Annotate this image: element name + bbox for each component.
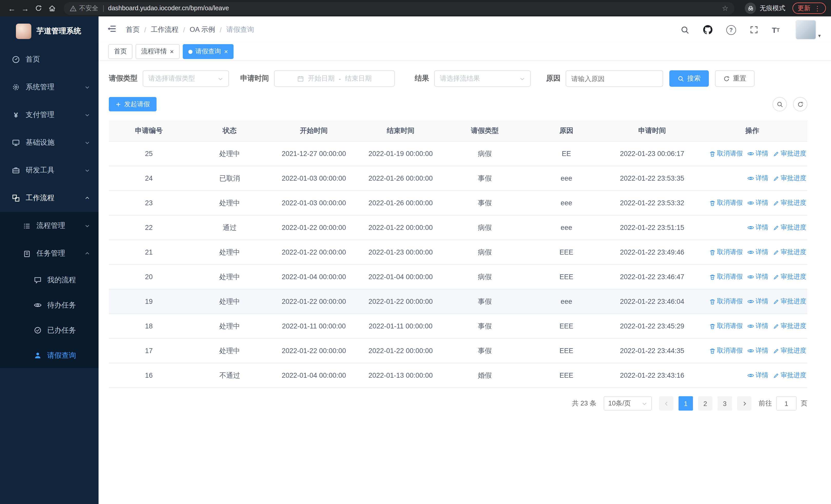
user-icon — [34, 352, 41, 359]
end-date-placeholder: 结束日期 — [345, 74, 372, 83]
end-time-cell: 2022-01-22 00:00:00 — [357, 347, 444, 355]
sidebar-item-my-process[interactable]: 我的流程 — [0, 267, 98, 293]
sidebar-item-task-management[interactable]: 任务管理 — [0, 240, 98, 267]
tab-leave-query[interactable]: 请假查询 × — [182, 44, 233, 59]
close-icon[interactable]: × — [170, 48, 174, 55]
prev-page-button[interactable] — [659, 396, 674, 411]
cancel-action-link[interactable]: 取消请假 — [709, 322, 743, 330]
detail-action-link[interactable]: 详情 — [747, 149, 768, 158]
result-select[interactable]: 请选择流结果 — [434, 70, 531, 87]
plus-icon — [115, 101, 121, 107]
breadcrumb-oa-example[interactable]: OA 示例 — [190, 25, 215, 34]
search-icon[interactable] — [680, 25, 689, 34]
leave-type-select[interactable]: 请选择请假类型 — [143, 70, 229, 87]
cancel-action-link[interactable]: 取消请假 — [709, 297, 743, 306]
progress-action-link[interactable]: 审批进度 — [773, 371, 806, 380]
start-time-cell: 2022-01-11 00:00:00 — [270, 322, 357, 330]
address-bar[interactable]: 不安全 dashboard.yudao.iocoder.cn/bpm/oa/le… — [64, 2, 735, 14]
application-id-cell: 23 — [109, 199, 189, 207]
detail-action-link[interactable]: 详情 — [747, 371, 768, 380]
page-button-2[interactable]: 2 — [698, 396, 712, 411]
security-indicator[interactable]: 不安全 — [70, 4, 98, 12]
github-icon[interactable] — [703, 25, 712, 34]
refresh-table-button[interactable] — [793, 97, 807, 111]
chevron-down-icon — [85, 140, 90, 145]
app-logo[interactable]: 芋道管理系统 — [0, 17, 98, 46]
cancel-action-link[interactable]: 取消请假 — [709, 272, 743, 281]
apply-time-label: 申请时间 — [240, 74, 269, 83]
back-icon[interactable]: ← — [5, 2, 19, 15]
reset-button[interactable]: 重置 — [715, 70, 754, 87]
application-id-cell: 17 — [109, 347, 189, 355]
browser-menu-icon[interactable]: ⋮ — [814, 4, 821, 12]
reload-icon[interactable] — [32, 2, 45, 15]
detail-action-link[interactable]: 详情 — [747, 322, 768, 330]
close-icon[interactable]: × — [224, 48, 228, 55]
breadcrumb-workflow[interactable]: 工作流程 — [151, 25, 179, 34]
search-button[interactable]: 搜索 — [669, 70, 709, 87]
progress-action-link[interactable]: 审批进度 — [773, 297, 806, 306]
detail-action-link[interactable]: 详情 — [747, 248, 768, 257]
bookmark-star-icon[interactable]: ☆ — [722, 4, 728, 12]
progress-action-link[interactable]: 审批进度 — [773, 248, 806, 257]
sidebar-item-devtools[interactable]: 研发工具 — [0, 156, 98, 184]
end-time-cell: 2022-01-19 00:00:00 — [357, 150, 444, 157]
goto-page-input[interactable] — [776, 396, 797, 411]
page-content: 请假类型 请选择请假类型 申请时间 开始日期 - 结束日期 结果 请选择流 — [98, 61, 831, 504]
sidebar-item-process-management[interactable]: 流程管理 — [0, 212, 98, 240]
col-reason: 原因 — [525, 126, 607, 136]
cancel-action-link[interactable]: 取消请假 — [709, 347, 743, 355]
sidebar-item-todo-tasks[interactable]: 待办任务 — [0, 293, 98, 318]
detail-action-link[interactable]: 详情 — [747, 223, 768, 232]
tab-process-detail[interactable]: 流程详情 × — [136, 44, 179, 59]
progress-action-link[interactable]: 审批进度 — [773, 149, 806, 158]
font-size-icon[interactable]: TT — [772, 25, 780, 34]
progress-action-link[interactable]: 审批进度 — [773, 347, 806, 355]
reason-input[interactable] — [566, 70, 663, 87]
home-icon[interactable] — [45, 2, 58, 15]
forward-icon[interactable]: → — [19, 2, 32, 15]
cancel-action-link[interactable]: 取消请假 — [709, 199, 743, 207]
fullscreen-icon[interactable] — [750, 26, 758, 34]
create-leave-button[interactable]: 发起请假 — [109, 97, 156, 111]
progress-action-link[interactable]: 审批进度 — [773, 272, 806, 281]
app-title: 芋道管理系统 — [36, 26, 81, 36]
sidebar-item-payment[interactable]: ¥ 支付管理 — [0, 101, 98, 129]
chevron-right-icon — [741, 401, 747, 406]
sidebar-item-infrastructure[interactable]: 基础设施 — [0, 129, 98, 156]
next-page-button[interactable] — [737, 396, 751, 411]
detail-action-link[interactable]: 详情 — [747, 347, 768, 355]
cancel-action-link[interactable]: 取消请假 — [709, 248, 743, 257]
detail-action-link[interactable]: 详情 — [747, 297, 768, 306]
detail-action-link[interactable]: 详情 — [747, 199, 768, 207]
page-button-1[interactable]: 1 — [679, 396, 693, 411]
sidebar-collapse-icon[interactable] — [107, 24, 116, 35]
toggle-search-button[interactable] — [773, 97, 787, 111]
progress-action-link[interactable]: 审批进度 — [773, 322, 806, 330]
progress-action-link[interactable]: 审批进度 — [773, 174, 806, 183]
progress-action-link[interactable]: 审批进度 — [773, 199, 806, 207]
browser-update-button[interactable]: 更新 ⋮ — [793, 3, 826, 14]
user-menu[interactable]: ▾ — [796, 20, 821, 39]
sidebar-item-leave-query[interactable]: 请假查询 — [0, 343, 98, 368]
sidebar-item-label: 任务管理 — [36, 249, 65, 258]
sidebar-item-workflow[interactable]: 工作流程 — [0, 184, 98, 212]
application-id-cell: 18 — [109, 322, 189, 330]
cancel-action-link[interactable]: 取消请假 — [709, 149, 743, 158]
status-cell: 处理中 — [189, 297, 270, 306]
sidebar-item-system[interactable]: 系统管理 — [0, 73, 98, 101]
progress-action-link[interactable]: 审批进度 — [773, 223, 806, 232]
page-size-select[interactable]: 10条/页 — [604, 396, 652, 411]
eye-icon — [747, 249, 754, 256]
sidebar-item-done-tasks[interactable]: 已办任务 — [0, 318, 98, 343]
breadcrumb-home[interactable]: 首页 — [126, 25, 140, 34]
help-icon[interactable]: ? — [726, 25, 736, 35]
tab-home[interactable]: 首页 — [108, 44, 133, 59]
apply-time-range-picker[interactable]: 开始日期 - 结束日期 — [274, 70, 395, 87]
detail-action-link[interactable]: 详情 — [747, 272, 768, 281]
end-time-cell: 2022-01-23 00:00:00 — [357, 248, 444, 256]
detail-action-link[interactable]: 详情 — [747, 174, 768, 183]
result-label: 结果 — [415, 74, 429, 83]
page-button-3[interactable]: 3 — [718, 396, 732, 411]
sidebar-item-home[interactable]: 首页 — [0, 46, 98, 73]
